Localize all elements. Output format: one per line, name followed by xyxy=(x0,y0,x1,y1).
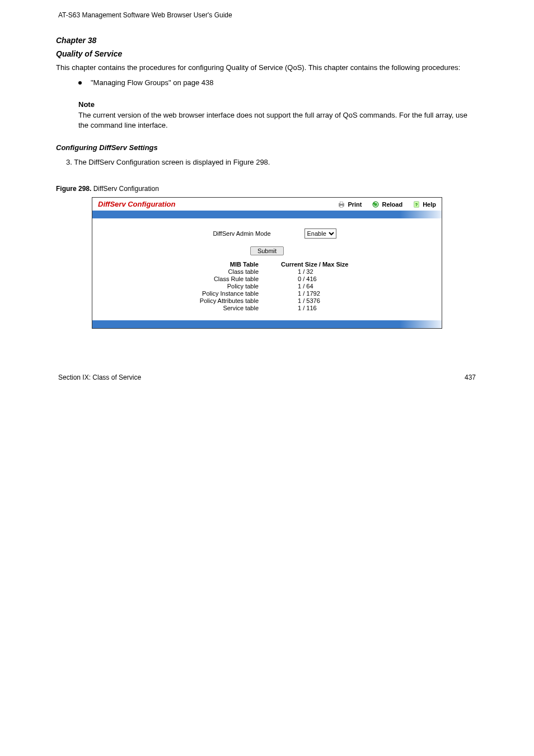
figure-caption: DiffServ Configuration xyxy=(93,185,159,193)
print-link[interactable]: Print xyxy=(338,200,362,208)
table-row: Policy Instance table xyxy=(147,290,275,297)
admin-mode-row: DiffServ Admin Mode Enable xyxy=(98,228,436,239)
svg-rect-2 xyxy=(340,205,343,207)
table-value: 1 / 32 xyxy=(275,268,387,275)
note-block: Note The current version of the web brow… xyxy=(78,100,478,132)
print-icon xyxy=(338,200,345,208)
table-row: Policy table xyxy=(147,283,275,290)
panel-body: DiffServ Admin Mode Enable Submit MIB Ta… xyxy=(92,218,442,320)
admin-mode-select[interactable]: Enable xyxy=(305,228,336,239)
page-footer: Section IX: Class of Service 437 xyxy=(56,374,478,381)
reload-link[interactable]: Reload xyxy=(372,200,402,208)
table-row: Class Rule table xyxy=(147,276,275,282)
page-header: AT-S63 Management Software Web Browser U… xyxy=(56,11,478,19)
table-value: 1 / 1792 xyxy=(275,290,387,297)
footer-right: 437 xyxy=(465,374,476,381)
intro-text: This chapter contains the procedures for… xyxy=(56,63,478,73)
help-label: Help xyxy=(423,201,436,208)
panel-header: DiffServ Configuration Print Reload xyxy=(92,198,442,211)
reload-icon xyxy=(372,200,380,208)
step-body: The DiffServ Configuration screen is dis… xyxy=(74,158,270,166)
chapter-name: Quality of Service xyxy=(56,49,478,58)
panel-links: Print Reload ? Help xyxy=(338,200,436,208)
separator-bar-bottom xyxy=(92,320,442,328)
table-value: 1 / 64 xyxy=(275,283,387,290)
admin-mode-label: DiffServ Admin Mode xyxy=(198,230,271,237)
mib-table: MIB Table Current Size / Max Size Class … xyxy=(98,261,436,311)
table-row: Class table xyxy=(147,268,275,275)
note-text: The current version of the web browser i… xyxy=(78,111,467,130)
config-panel: DiffServ Configuration Print Reload xyxy=(92,197,442,329)
table-value: 1 / 5376 xyxy=(275,297,387,304)
help-icon: ? xyxy=(413,200,420,208)
table-value: 0 / 416 xyxy=(275,276,387,282)
note-label: Note xyxy=(78,100,95,109)
help-link[interactable]: ? Help xyxy=(413,200,436,208)
svg-text:?: ? xyxy=(415,202,418,207)
header-left: AT-S63 Management Software Web Browser U… xyxy=(58,11,232,19)
submit-button[interactable]: Submit xyxy=(250,246,284,255)
separator-bar-top xyxy=(92,211,442,218)
table-row: Policy Attributes table xyxy=(147,297,275,304)
reload-label: Reload xyxy=(382,201,402,208)
mib-header-left: MIB Table xyxy=(147,261,275,268)
figure-label: Figure 298. xyxy=(56,185,91,193)
step-text: 3. The DiffServ Configuration screen is … xyxy=(56,157,478,168)
print-label: Print xyxy=(348,201,362,208)
section-title: Configuring DiffServ Settings xyxy=(56,143,478,152)
mib-header-right: Current Size / Max Size xyxy=(275,261,387,268)
panel-title: DiffServ Configuration xyxy=(98,200,338,208)
chapter-number: Chapter 38 xyxy=(56,36,478,45)
figure-label-row: Figure 298. DiffServ Configuration xyxy=(56,185,478,193)
toc-item: "Managing Flow Groups" on page 438 xyxy=(78,78,478,88)
table-row: Service table xyxy=(147,305,275,311)
toc-link[interactable]: "Managing Flow Groups" on page 438 xyxy=(91,78,214,88)
svg-rect-1 xyxy=(340,202,343,204)
table-value: 1 / 116 xyxy=(275,305,387,311)
bullet-icon xyxy=(78,81,82,85)
step-number: 3. xyxy=(66,158,72,166)
footer-left: Section IX: Class of Service xyxy=(58,374,141,381)
